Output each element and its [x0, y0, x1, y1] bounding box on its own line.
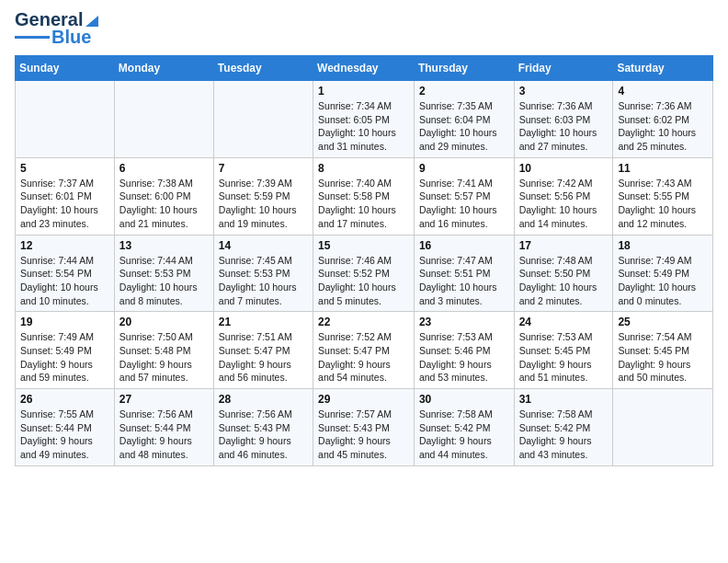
- day-number: 27: [119, 393, 209, 406]
- day-number: 21: [219, 316, 308, 328]
- calendar-cell: [613, 389, 713, 466]
- calendar-cell: 11Sunrise: 7:43 AM Sunset: 5:55 PM Dayli…: [613, 157, 713, 235]
- weekday-header-tuesday: Tuesday: [213, 56, 313, 81]
- day-info: Sunrise: 7:40 AM Sunset: 5:58 PM Dayligh…: [318, 177, 409, 231]
- calendar-cell: 13Sunrise: 7:44 AM Sunset: 5:53 PM Dayli…: [114, 235, 213, 312]
- weekday-header-friday: Friday: [514, 56, 613, 81]
- weekday-header-thursday: Thursday: [414, 56, 514, 81]
- day-number: 7: [219, 162, 308, 175]
- day-number: 18: [618, 239, 708, 252]
- calendar-page: General Blue SundayMondayTuesdayWednesda…: [0, 0, 728, 481]
- calendar-cell: 4Sunrise: 7:36 AM Sunset: 6:02 PM Daylig…: [613, 81, 713, 158]
- calendar-cell: 26Sunrise: 7:55 AM Sunset: 5:44 PM Dayli…: [16, 389, 115, 466]
- calendar-cell: 5Sunrise: 7:37 AM Sunset: 6:01 PM Daylig…: [16, 157, 115, 235]
- calendar-cell: [16, 81, 115, 158]
- day-info: Sunrise: 7:56 AM Sunset: 5:44 PM Dayligh…: [119, 408, 209, 462]
- svg-marker-0: [85, 16, 98, 27]
- calendar-cell: 25Sunrise: 7:54 AM Sunset: 5:45 PM Dayli…: [613, 312, 713, 389]
- day-number: 9: [419, 162, 509, 175]
- day-number: 3: [519, 85, 609, 98]
- calendar-cell: 21Sunrise: 7:51 AM Sunset: 5:47 PM Dayli…: [213, 312, 313, 389]
- day-info: Sunrise: 7:46 AM Sunset: 5:52 PM Dayligh…: [318, 254, 409, 308]
- day-number: 30: [419, 393, 509, 406]
- calendar-table: SundayMondayTuesdayWednesdayThursdayFrid…: [15, 55, 713, 466]
- calendar-cell: 31Sunrise: 7:58 AM Sunset: 5:42 PM Dayli…: [514, 389, 613, 466]
- day-number: 31: [519, 393, 609, 406]
- day-info: Sunrise: 7:58 AM Sunset: 5:42 PM Dayligh…: [519, 408, 609, 462]
- calendar-cell: 20Sunrise: 7:50 AM Sunset: 5:48 PM Dayli…: [114, 312, 213, 389]
- day-info: Sunrise: 7:47 AM Sunset: 5:51 PM Dayligh…: [419, 254, 509, 308]
- day-number: 16: [419, 239, 509, 252]
- calendar-cell: 7Sunrise: 7:39 AM Sunset: 5:59 PM Daylig…: [213, 157, 313, 235]
- day-info: Sunrise: 7:53 AM Sunset: 5:46 PM Dayligh…: [419, 330, 509, 385]
- day-info: Sunrise: 7:39 AM Sunset: 5:59 PM Dayligh…: [219, 177, 308, 231]
- week-row-2: 12Sunrise: 7:44 AM Sunset: 5:54 PM Dayli…: [16, 235, 713, 312]
- day-info: Sunrise: 7:55 AM Sunset: 5:44 PM Dayligh…: [20, 408, 109, 462]
- calendar-cell: 1Sunrise: 7:34 AM Sunset: 6:05 PM Daylig…: [313, 81, 415, 158]
- day-info: Sunrise: 7:50 AM Sunset: 5:48 PM Dayligh…: [119, 330, 209, 385]
- day-number: 22: [318, 316, 409, 328]
- weekday-header-monday: Monday: [114, 56, 213, 81]
- day-number: 5: [20, 162, 109, 175]
- calendar-cell: 27Sunrise: 7:56 AM Sunset: 5:44 PM Dayli…: [114, 389, 213, 466]
- day-number: 11: [618, 162, 708, 175]
- calendar-cell: 12Sunrise: 7:44 AM Sunset: 5:54 PM Dayli…: [16, 235, 115, 312]
- day-info: Sunrise: 7:48 AM Sunset: 5:50 PM Dayligh…: [519, 254, 609, 308]
- weekday-header-wednesday: Wednesday: [313, 56, 415, 81]
- day-info: Sunrise: 7:36 AM Sunset: 6:03 PM Dayligh…: [519, 99, 609, 154]
- calendar-cell: 23Sunrise: 7:53 AM Sunset: 5:46 PM Dayli…: [414, 312, 514, 389]
- weekday-header-row: SundayMondayTuesdayWednesdayThursdayFrid…: [16, 56, 713, 81]
- calendar-cell: 22Sunrise: 7:52 AM Sunset: 5:47 PM Dayli…: [313, 312, 415, 389]
- day-number: 24: [519, 316, 609, 328]
- day-info: Sunrise: 7:43 AM Sunset: 5:55 PM Dayligh…: [618, 177, 708, 231]
- weekday-header-saturday: Saturday: [613, 56, 713, 81]
- day-number: 15: [318, 239, 409, 252]
- header: General Blue: [15, 9, 713, 48]
- calendar-cell: 19Sunrise: 7:49 AM Sunset: 5:49 PM Dayli…: [16, 312, 115, 389]
- day-number: 20: [119, 316, 209, 328]
- logo: General Blue: [15, 9, 100, 48]
- day-info: Sunrise: 7:57 AM Sunset: 5:43 PM Dayligh…: [318, 408, 409, 462]
- day-number: 14: [219, 239, 308, 252]
- day-info: Sunrise: 7:44 AM Sunset: 5:53 PM Dayligh…: [119, 254, 209, 308]
- day-info: Sunrise: 7:37 AM Sunset: 6:01 PM Dayligh…: [20, 177, 109, 231]
- day-number: 29: [318, 393, 409, 406]
- day-info: Sunrise: 7:38 AM Sunset: 6:00 PM Dayligh…: [119, 177, 209, 231]
- week-row-3: 19Sunrise: 7:49 AM Sunset: 5:49 PM Dayli…: [16, 312, 713, 389]
- week-row-4: 26Sunrise: 7:55 AM Sunset: 5:44 PM Dayli…: [16, 389, 713, 466]
- day-info: Sunrise: 7:49 AM Sunset: 5:49 PM Dayligh…: [20, 330, 109, 385]
- calendar-cell: [114, 81, 213, 158]
- day-number: 28: [219, 393, 308, 406]
- calendar-cell: 15Sunrise: 7:46 AM Sunset: 5:52 PM Dayli…: [313, 235, 415, 312]
- day-number: 10: [519, 162, 609, 175]
- calendar-cell: 16Sunrise: 7:47 AM Sunset: 5:51 PM Dayli…: [414, 235, 514, 312]
- day-number: 23: [419, 316, 509, 328]
- day-number: 26: [20, 393, 109, 406]
- calendar-cell: 29Sunrise: 7:57 AM Sunset: 5:43 PM Dayli…: [313, 389, 415, 466]
- calendar-cell: 24Sunrise: 7:53 AM Sunset: 5:45 PM Dayli…: [514, 312, 613, 389]
- calendar-cell: 28Sunrise: 7:56 AM Sunset: 5:43 PM Dayli…: [213, 389, 313, 466]
- calendar-cell: 10Sunrise: 7:42 AM Sunset: 5:56 PM Dayli…: [514, 157, 613, 235]
- day-number: 17: [519, 239, 609, 252]
- day-info: Sunrise: 7:49 AM Sunset: 5:49 PM Dayligh…: [618, 254, 708, 308]
- day-number: 25: [618, 316, 708, 328]
- calendar-cell: 17Sunrise: 7:48 AM Sunset: 5:50 PM Dayli…: [514, 235, 613, 312]
- day-number: 2: [419, 85, 509, 98]
- day-number: 13: [119, 239, 209, 252]
- calendar-cell: 9Sunrise: 7:41 AM Sunset: 5:57 PM Daylig…: [414, 157, 514, 235]
- day-info: Sunrise: 7:36 AM Sunset: 6:02 PM Dayligh…: [618, 99, 708, 154]
- day-number: 19: [20, 316, 109, 328]
- calendar-cell: 14Sunrise: 7:45 AM Sunset: 5:53 PM Dayli…: [213, 235, 313, 312]
- logo-icon: [84, 12, 100, 29]
- weekday-header-sunday: Sunday: [16, 56, 115, 81]
- calendar-cell: 18Sunrise: 7:49 AM Sunset: 5:49 PM Dayli…: [613, 235, 713, 312]
- calendar-cell: 3Sunrise: 7:36 AM Sunset: 6:03 PM Daylig…: [514, 81, 613, 158]
- day-info: Sunrise: 7:53 AM Sunset: 5:45 PM Dayligh…: [519, 330, 609, 385]
- logo-underline: [15, 36, 50, 39]
- day-info: Sunrise: 7:58 AM Sunset: 5:42 PM Dayligh…: [419, 408, 509, 462]
- calendar-cell: [213, 81, 313, 158]
- calendar-cell: 6Sunrise: 7:38 AM Sunset: 6:00 PM Daylig…: [114, 157, 213, 235]
- day-info: Sunrise: 7:44 AM Sunset: 5:54 PM Dayligh…: [20, 254, 109, 308]
- day-info: Sunrise: 7:52 AM Sunset: 5:47 PM Dayligh…: [318, 330, 409, 385]
- day-info: Sunrise: 7:54 AM Sunset: 5:45 PM Dayligh…: [618, 330, 708, 385]
